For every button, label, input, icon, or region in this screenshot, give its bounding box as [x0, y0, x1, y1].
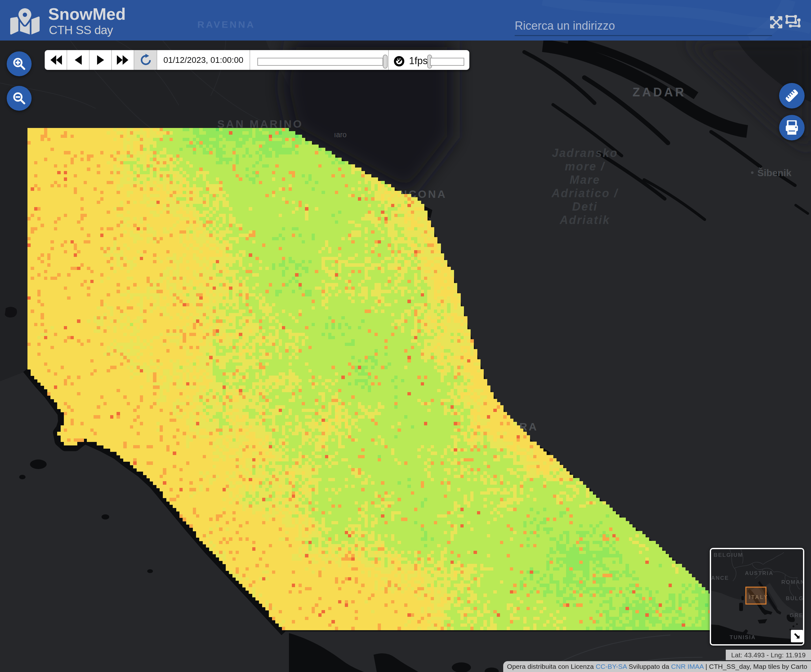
svg-text:BULGA: BULGA [786, 596, 803, 601]
svg-text:BELGIUM: BELGIUM [714, 552, 743, 558]
svg-text:GREECE: GREECE [790, 612, 803, 618]
svg-text:ROMAN: ROMAN [781, 579, 803, 585]
svg-text:TUNISIA: TUNISIA [730, 634, 756, 640]
svg-text:AUSTRIA: AUSTRIA [745, 570, 774, 576]
svg-text:ANCE: ANCE [711, 575, 729, 581]
